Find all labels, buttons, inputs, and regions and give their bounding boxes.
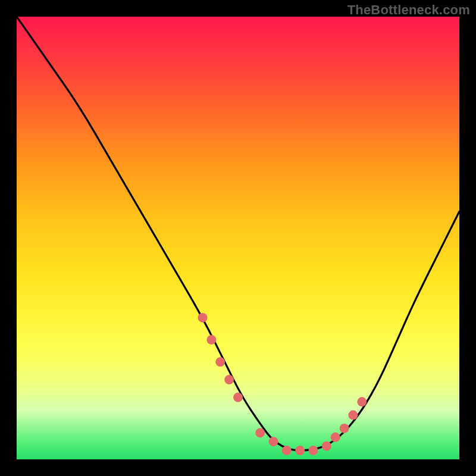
highlight-dot: [331, 433, 340, 442]
highlight-dot: [224, 375, 234, 384]
highlight-dot: [255, 428, 265, 437]
highlight-dot: [322, 441, 331, 451]
highlight-dot: [215, 357, 225, 367]
highlight-dot: [233, 393, 243, 402]
highlight-dot: [198, 313, 208, 322]
highlight-dot: [340, 424, 349, 433]
highlight-dot: [269, 437, 278, 446]
highlight-dot: [295, 446, 305, 455]
chart-svg: [17, 17, 459, 459]
bottleneck-curve: [17, 17, 459, 450]
plot-area: [17, 17, 459, 459]
highlight-dot: [282, 446, 292, 455]
highlight-dot: [206, 335, 216, 345]
highlight-dot: [309, 446, 318, 455]
highlight-dot: [357, 397, 367, 406]
chart-frame: TheBottleneck.com: [0, 0, 476, 476]
watermark-text: TheBottleneck.com: [347, 2, 470, 18]
highlight-dot: [348, 411, 358, 420]
